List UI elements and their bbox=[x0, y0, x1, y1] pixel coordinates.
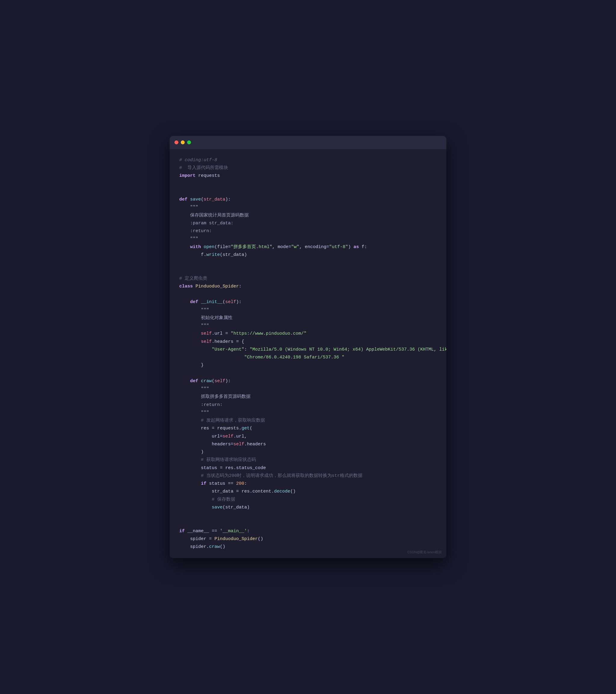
docstring: """ bbox=[201, 409, 209, 417]
close-button[interactable] bbox=[175, 141, 178, 144]
code-text: (str_data) bbox=[220, 251, 247, 259]
string: "https://www.pinduoduo.com/" bbox=[231, 330, 307, 338]
code-text bbox=[179, 235, 190, 243]
code-line: """ bbox=[179, 409, 437, 417]
code-text bbox=[179, 298, 190, 306]
param: str_data bbox=[204, 196, 225, 204]
code-text: ): bbox=[236, 298, 241, 306]
builtin: open bbox=[204, 243, 215, 251]
code-line: self.url = "https://www.pinduoduo.com/" bbox=[179, 330, 437, 338]
class-name: Pinduoduo_Spider bbox=[196, 282, 239, 291]
comment-text: # 发起网络请求，获取响应数据 bbox=[201, 417, 265, 424]
code-text: .headers = { bbox=[212, 338, 244, 346]
code-line: # 发起网络请求，获取响应数据 bbox=[179, 417, 437, 424]
code-line: str_data = res.content.decode() bbox=[179, 488, 437, 495]
maximize-button[interactable] bbox=[187, 141, 191, 144]
code-text bbox=[193, 282, 196, 291]
code-text: f: bbox=[359, 243, 367, 251]
code-line: 初始化对象属性 bbox=[179, 314, 437, 322]
string: "utf-8" bbox=[329, 243, 348, 251]
title-bar bbox=[170, 136, 446, 149]
code-text: res = requests. bbox=[179, 424, 241, 433]
keyword: as bbox=[354, 243, 359, 251]
code-text: , mode= bbox=[272, 243, 291, 251]
function-call: decode bbox=[274, 488, 290, 495]
code-text: ( bbox=[250, 424, 252, 433]
empty-line bbox=[179, 519, 437, 527]
comment-text: # coding:utf-8 bbox=[179, 157, 217, 164]
keyword: with bbox=[190, 243, 201, 251]
docstring: 抓取拼多多首页源码数据 bbox=[179, 393, 251, 401]
string: "拼多多首页.html" bbox=[231, 243, 272, 251]
code-text bbox=[179, 409, 201, 417]
code-line: :param str_data: bbox=[179, 219, 437, 227]
code-line: with open(file="拼多多首页.html", mode="w", e… bbox=[179, 243, 437, 251]
code-line: f.write(str_data) bbox=[179, 251, 437, 259]
code-text: status == bbox=[206, 480, 236, 488]
code-text: ): bbox=[225, 196, 231, 204]
empty-line bbox=[179, 267, 437, 275]
code-line: headers=self.headers bbox=[179, 440, 437, 448]
code-text: spider = bbox=[179, 535, 215, 543]
code-line: """ bbox=[179, 385, 437, 393]
string: "Mozilla/5.0 (Windows NT 10.0; Win64; x6… bbox=[250, 346, 446, 353]
code-text bbox=[179, 243, 190, 251]
self-param: self bbox=[215, 377, 225, 385]
empty-line bbox=[179, 188, 437, 196]
empty-line bbox=[179, 291, 437, 298]
empty-line bbox=[179, 180, 437, 188]
code-line: :return: bbox=[179, 227, 437, 235]
code-text: } bbox=[179, 362, 204, 369]
code-line: # 当状态码为200时，说明请求成功，那么就将获取的数据转换为str格式的数据 bbox=[179, 472, 437, 480]
empty-line bbox=[179, 511, 437, 519]
code-text bbox=[187, 196, 190, 204]
code-text bbox=[179, 385, 201, 393]
code-text bbox=[198, 298, 201, 306]
code-text: : bbox=[247, 527, 250, 535]
code-text: status = res.status_code bbox=[179, 464, 266, 472]
empty-line bbox=[179, 369, 437, 377]
code-text: ) bbox=[348, 243, 354, 251]
docstring: """ bbox=[190, 235, 198, 243]
string: "User-Agent" bbox=[212, 346, 244, 353]
code-text bbox=[179, 472, 201, 480]
code-text: .url = bbox=[212, 330, 231, 338]
code-line: # 定义爬虫类 bbox=[179, 275, 437, 282]
code-line: res = requests.get( bbox=[179, 424, 437, 433]
minimize-button[interactable] bbox=[181, 141, 185, 144]
code-text bbox=[179, 480, 201, 488]
code-line: self.headers = { bbox=[179, 338, 437, 346]
docstring: """ bbox=[201, 385, 209, 393]
code-text: ): bbox=[225, 377, 231, 385]
code-line: """ bbox=[179, 322, 437, 330]
code-text: ( bbox=[222, 298, 225, 306]
code-text bbox=[201, 243, 204, 251]
code-text: : bbox=[239, 282, 241, 291]
docstring: """ bbox=[201, 306, 209, 314]
code-text: spider. bbox=[179, 543, 209, 551]
function-name: save bbox=[190, 196, 201, 204]
code-text: ( bbox=[201, 196, 204, 204]
self-ref: self bbox=[201, 330, 212, 338]
code-line: spider = Pinduoduo_Spider() bbox=[179, 535, 437, 543]
code-line: class Pinduoduo_Spider: bbox=[179, 282, 437, 291]
code-line: "User-Agent": "Mozilla/5.0 (Windows NT 1… bbox=[179, 346, 437, 353]
code-line: 抓取拼多多首页源码数据 bbox=[179, 393, 437, 401]
keyword: def bbox=[190, 377, 198, 385]
code-line: if __name__ == '__main__': bbox=[179, 527, 437, 535]
code-text bbox=[179, 306, 201, 314]
function-call: craw bbox=[209, 543, 220, 551]
code-text: headers= bbox=[179, 440, 233, 448]
code-text bbox=[198, 377, 201, 385]
class-name: Pinduoduo_Spider bbox=[215, 535, 258, 543]
function-call: write bbox=[206, 251, 220, 259]
code-text: : bbox=[244, 480, 247, 488]
code-text: url= bbox=[179, 433, 222, 440]
code-text: .headers bbox=[244, 440, 266, 448]
code-text: () bbox=[220, 543, 225, 551]
comment-text: # 定义爬虫类 bbox=[179, 275, 207, 282]
code-text: () bbox=[290, 488, 296, 495]
string: "Chrome/86.0.4240.198 Safari/537.36 " bbox=[244, 353, 344, 362]
self-ref: self bbox=[222, 433, 233, 440]
code-text: (file= bbox=[215, 243, 231, 251]
